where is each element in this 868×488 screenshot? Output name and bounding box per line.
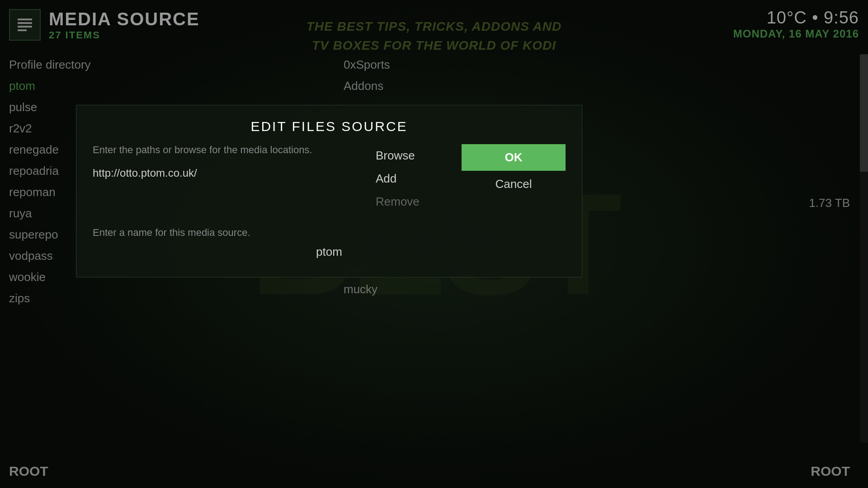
dialog-name-section: Enter a name for this media source. ptom [93, 227, 566, 259]
dialog-name-value[interactable]: ptom [93, 245, 566, 259]
dialog-left: Enter the paths or browse for the media … [93, 144, 367, 186]
add-button[interactable]: Add [376, 167, 457, 190]
browse-button[interactable]: Browse [376, 144, 457, 167]
dialog-content-row: Enter the paths or browse for the media … [93, 144, 566, 213]
ok-button[interactable]: OK [462, 144, 566, 171]
dialog-title: EDIT FILES SOURCE [93, 119, 566, 134]
dialog-instruction: Enter the paths or browse for the media … [93, 144, 367, 156]
dialog-name-label: Enter a name for this media source. [93, 227, 566, 239]
dialog-url-row: http://otto.ptom.co.uk/ [93, 165, 367, 181]
cancel-button[interactable]: Cancel [462, 171, 566, 197]
dialog-middle: Browse Add Remove [367, 144, 457, 213]
dialog-url-input[interactable]: http://otto.ptom.co.uk/ [93, 165, 367, 181]
edit-files-source-dialog: EDIT FILES SOURCE Enter the paths or bro… [76, 105, 582, 277]
dialog-right: OK Cancel [457, 144, 566, 197]
remove-button[interactable]: Remove [376, 190, 457, 213]
